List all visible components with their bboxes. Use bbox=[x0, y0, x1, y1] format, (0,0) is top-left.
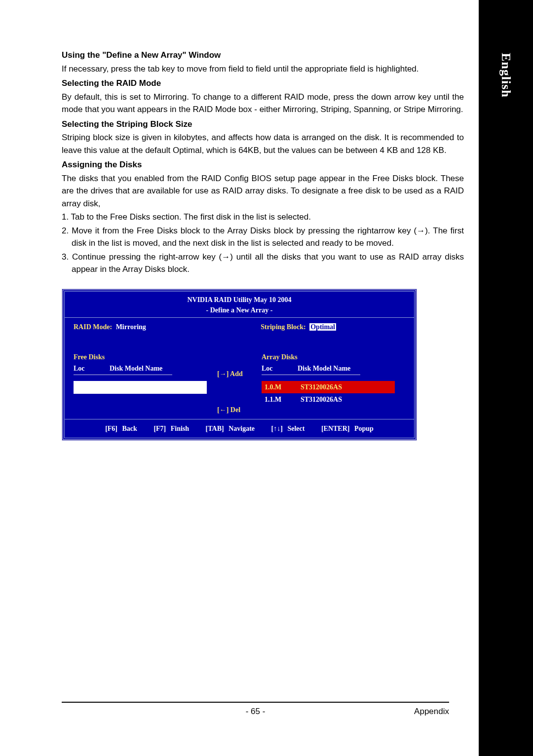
footer-select: [↑↓] Select bbox=[271, 425, 305, 432]
striping-block-label: Striping Block: bbox=[261, 323, 305, 331]
free-disks-title: Free Disks bbox=[74, 352, 217, 362]
arrow-controls: [→] Add [←] Del bbox=[217, 352, 262, 415]
para-striping: Striping block size is given in kilobyte… bbox=[62, 131, 464, 156]
language-tab: English bbox=[479, 47, 533, 155]
bios-title-2: - Define a New Array - bbox=[65, 305, 414, 315]
document-body: Using the "Define a New Array" Window If… bbox=[62, 49, 464, 441]
language-label: English bbox=[498, 53, 513, 98]
page-footer: - 65 - Appendix bbox=[62, 702, 449, 717]
footer-f6: [F6] Back bbox=[105, 425, 137, 432]
array-row-selected: 1.0.M ST3120026AS bbox=[262, 381, 395, 393]
del-control: [←] Del bbox=[217, 405, 262, 415]
array-disks-column: Array Disks Loc Disk Model Name 1.0.M ST… bbox=[262, 352, 405, 406]
para-define-array: If necessary, press the tab key to move … bbox=[62, 63, 464, 76]
striping-block-field: Striping Block: Optimal bbox=[261, 322, 336, 332]
array-row-1-model: ST3120026AS bbox=[301, 394, 342, 405]
para-assign-disks: The disks that you enabled from the RAID… bbox=[62, 172, 464, 210]
add-control: [→] Add bbox=[217, 369, 262, 379]
array-row-0-loc: 1.0.M bbox=[265, 382, 292, 392]
array-row-1-loc: 1.1.M bbox=[265, 394, 292, 405]
heading-raid-mode: Selecting the RAID Mode bbox=[62, 77, 464, 90]
free-disks-selection bbox=[74, 381, 207, 394]
free-col-model: Disk Model Name bbox=[110, 363, 162, 374]
striping-block-value: Optimal bbox=[309, 323, 336, 331]
footer-enter: [ENTER] Popup bbox=[321, 425, 374, 432]
heading-define-array: Using the "Define a New Array" Window bbox=[62, 49, 464, 62]
array-row-0-model: ST3120026AS bbox=[301, 382, 342, 392]
footer-f7: [F7] Finish bbox=[153, 425, 189, 432]
bios-screenshot: NVIDIA RAID Utility May 10 2004 - Define… bbox=[62, 289, 417, 441]
bios-title-1: NVIDIA RAID Utility May 10 2004 bbox=[65, 295, 414, 305]
free-col-loc: Loc bbox=[74, 363, 101, 374]
raid-mode-field: RAID Mode: Mirroring bbox=[74, 322, 146, 332]
array-col-model: Disk Model Name bbox=[298, 363, 350, 374]
raid-mode-value: Mirroring bbox=[116, 323, 146, 331]
page-number: - 65 - bbox=[246, 707, 266, 717]
array-col-loc: Loc bbox=[262, 363, 289, 374]
bios-header: NVIDIA RAID Utility May 10 2004 - Define… bbox=[65, 292, 414, 317]
heading-assign-disks: Assigning the Disks bbox=[62, 158, 464, 171]
footer-tab: [TAB] Navigate bbox=[206, 425, 255, 432]
raid-mode-label: RAID Mode: bbox=[74, 323, 112, 331]
array-row: 1.1.M ST3120026AS bbox=[262, 393, 395, 406]
footer-section: Appendix bbox=[414, 707, 449, 717]
free-disks-column: Free Disks Loc Disk Model Name bbox=[74, 352, 217, 394]
array-disks-title: Array Disks bbox=[262, 352, 405, 362]
step-3: 3. Continue pressing the right-arrow key… bbox=[62, 251, 464, 276]
bios-footer: [F6] Back [F7] Finish [TAB] Navigate [↑↓… bbox=[65, 419, 414, 438]
step-2: 2. Move it from the Free Disks block to … bbox=[62, 225, 464, 250]
step-1: 1. Tab to the Free Disks section. The fi… bbox=[62, 211, 464, 224]
heading-striping: Selecting the Striping Block Size bbox=[62, 118, 464, 131]
para-raid-mode: By default, this is set to Mirroring. To… bbox=[62, 91, 464, 116]
